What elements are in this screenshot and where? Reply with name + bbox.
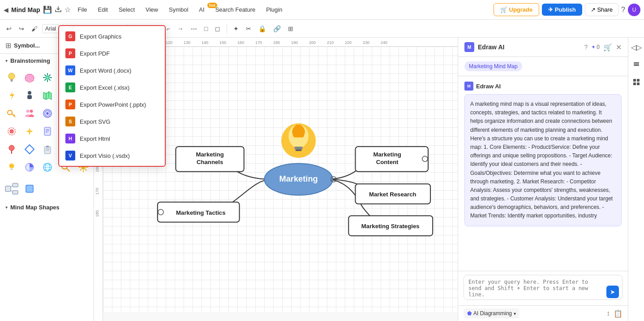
export-visio-icon: V: [65, 151, 75, 160]
table-btn[interactable]: ⊞: [285, 23, 296, 34]
export-excel[interactable]: E Export Excel (.xlsx): [59, 79, 165, 96]
right-icon-grid[interactable]: [631, 77, 642, 89]
export-svg[interactable]: S Export SVG: [59, 113, 165, 130]
crop-btn[interactable]: ✂: [243, 23, 254, 34]
shape-lightbulb[interactable]: [4, 69, 20, 86]
ai-hot-badge: hot: [207, 3, 217, 8]
save-icon[interactable]: 💾: [43, 5, 52, 14]
topbar: ◀ Mind Map 💾 ☆ File Edit Select View Sym…: [0, 0, 644, 20]
menu-view[interactable]: View: [141, 4, 163, 15]
svg-rect-25: [44, 127, 51, 135]
help-icon[interactable]: ?: [621, 6, 625, 14]
ai-help-icon[interactable]: ?: [584, 43, 588, 51]
publish-button[interactable]: ✈ Publish: [542, 4, 582, 16]
svg-text:180: 180: [273, 40, 280, 45]
menu-bar: File Edit Select View Symbol AI hot Sear…: [73, 4, 287, 15]
svg-point-4: [46, 76, 49, 79]
line-end[interactable]: →: [175, 23, 186, 34]
ai-panel-header: M Edraw AI ? ✦ 0 🛒 ✕: [458, 38, 628, 57]
ai-copy-icon[interactable]: 📋: [614, 309, 623, 318]
share-button[interactable]: ↗ Share: [585, 3, 618, 16]
shape-globe[interactable]: [39, 159, 56, 175]
sparkle-btn[interactable]: ✦: [231, 23, 241, 34]
shape-group[interactable]: [21, 105, 38, 121]
menu-ai[interactable]: AI hot: [194, 4, 209, 15]
undo-button[interactable]: ↩: [4, 23, 14, 34]
svg-point-22: [10, 130, 13, 133]
format-painter[interactable]: 🖌: [29, 23, 40, 34]
shape-person[interactable]: [21, 87, 38, 104]
ai-chat-area[interactable]: M Edraw AI A marketing mind map is a vis…: [458, 76, 628, 271]
ai-bottom-icons: ↕ 📋: [606, 309, 623, 318]
svg-text:190: 190: [291, 40, 298, 45]
export-html[interactable]: H Export Html: [59, 130, 165, 147]
shape-small-box[interactable]: [21, 181, 38, 197]
ai-cart-icon[interactable]: 🛒: [603, 43, 612, 52]
export-graphics[interactable]: G Export Graphics: [59, 28, 165, 45]
extra-shapes: [0, 179, 94, 200]
user-avatar[interactable]: U: [628, 4, 640, 16]
line-dash[interactable]: ---: [188, 23, 200, 34]
back-icon[interactable]: ◀: [4, 6, 9, 13]
shape-diamond[interactable]: [21, 141, 38, 157]
title-area: ◀ Mind Map 💾 ☆: [4, 5, 71, 14]
svg-point-14: [30, 110, 33, 113]
redo-button[interactable]: ↪: [16, 23, 27, 34]
link-btn[interactable]: 🔗: [270, 23, 283, 34]
shape-lightning[interactable]: [4, 87, 20, 104]
svg-point-13: [26, 110, 30, 113]
mindmap-shapes-section-header[interactable]: ▾ Mind Map Shapes: [0, 200, 94, 214]
sidebar-logo: ⊞: [5, 41, 11, 50]
ai-send-button[interactable]: ➤: [606, 286, 619, 298]
shape-key[interactable]: [4, 105, 20, 121]
shape-connector[interactable]: [4, 181, 20, 197]
menu-select[interactable]: Select: [114, 4, 139, 15]
export-icon[interactable]: [55, 5, 62, 14]
shadow-btn[interactable]: □: [202, 23, 210, 34]
right-icon-strip: ◁▷: [628, 38, 644, 321]
export-visio[interactable]: V Export Visio (.vsdx): [59, 147, 165, 164]
export-word[interactable]: W Export Word (.docx): [59, 62, 165, 79]
svg-text:160: 160: [237, 40, 244, 45]
menu-file[interactable]: File: [73, 4, 92, 15]
shape-pin[interactable]: [4, 141, 20, 157]
menu-plugin[interactable]: Plugin: [262, 4, 287, 15]
menu-symbol[interactable]: Symbol: [164, 4, 193, 15]
shape-btn[interactable]: ◻: [212, 23, 223, 34]
menu-search-feature[interactable]: Search Feature: [211, 4, 260, 15]
brainstorming-caret: ▾: [5, 58, 8, 63]
shape-clipboard[interactable]: [39, 141, 56, 157]
shape-brain[interactable]: [21, 69, 38, 86]
shape-target[interactable]: [39, 105, 56, 121]
font-selector[interactable]: Arial: [42, 24, 59, 33]
svg-text:220: 220: [345, 40, 352, 45]
svg-text:Marketing Strategies: Marketing Strategies: [361, 223, 420, 230]
ai-panel-title: Edraw AI: [478, 43, 581, 51]
lock-btn[interactable]: 🔒: [256, 23, 269, 34]
svg-point-12: [8, 110, 12, 115]
right-icon-layers[interactable]: [631, 59, 642, 71]
svg-marker-24: [26, 127, 33, 135]
shape-map[interactable]: [39, 87, 56, 104]
export-svg-label: Export SVG: [80, 118, 111, 125]
shape-analytics[interactable]: [21, 159, 38, 175]
shape-shine[interactable]: [21, 123, 38, 139]
svg-rect-86: [294, 147, 302, 149]
export-powerpoint[interactable]: P Export PowerPoint (.pptx): [59, 96, 165, 113]
upgrade-button[interactable]: 🛒 Upgrade: [494, 3, 539, 16]
shape-notepad[interactable]: [39, 123, 56, 139]
ai-close-button[interactable]: ✕: [616, 43, 622, 52]
ai-expand-icon[interactable]: ↕: [606, 309, 610, 318]
menu-edit[interactable]: Edit: [94, 4, 112, 15]
shape-lightbulb2[interactable]: [4, 159, 20, 175]
shape-settings2[interactable]: [4, 123, 20, 139]
mindmap-caret: ▾: [5, 205, 8, 210]
ai-message-header: M Edraw AI: [464, 82, 622, 91]
star-icon[interactable]: ☆: [64, 5, 71, 14]
svg-text:150: 150: [219, 40, 226, 45]
export-pdf[interactable]: P Export PDF: [59, 45, 165, 62]
ai-input-field[interactable]: [464, 275, 623, 300]
ai-mode-selector[interactable]: ⬟ AI Diagramming ▾: [464, 308, 519, 318]
right-icon-arrow[interactable]: ◁▷: [629, 41, 644, 53]
shape-gear[interactable]: [39, 69, 56, 86]
